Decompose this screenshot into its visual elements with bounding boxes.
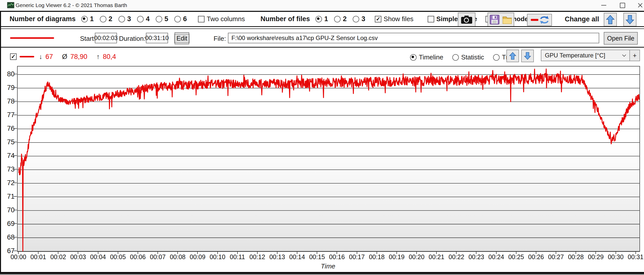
- x-tick-label: 00:11: [227, 253, 248, 261]
- y-tick-label: 72: [1, 179, 15, 187]
- minimize-button[interactable]: [595, 0, 612, 11]
- maximize-button[interactable]: [614, 0, 631, 11]
- avg-symbol: Ø: [62, 53, 67, 61]
- x-tick-label: 00:14: [287, 253, 308, 261]
- save-button[interactable]: [488, 13, 502, 27]
- open-file-button[interactable]: Open File: [604, 32, 638, 45]
- file-count-option-2[interactable]: 2: [334, 15, 347, 23]
- y-tick-label: 77: [1, 111, 15, 119]
- file-count-option-3[interactable]: 3: [353, 15, 365, 23]
- series-visible-checkbox[interactable]: ✓: [10, 53, 17, 60]
- diagram-count-option-1[interactable]: 1: [81, 15, 94, 23]
- view-mode-option-statistic[interactable]: Statistic: [452, 53, 484, 61]
- x-tick-label: 00:17: [346, 253, 368, 261]
- y-tick-label: 75: [1, 138, 15, 146]
- y-tick-mark: [14, 251, 17, 251]
- y-tick-mark: [14, 237, 17, 237]
- radio-icon[interactable]: [410, 54, 417, 61]
- radio-icon[interactable]: [452, 54, 459, 61]
- radio-icon[interactable]: [353, 16, 359, 22]
- change-all-label: Change all: [565, 15, 599, 23]
- two-columns-label: Two columns: [207, 15, 245, 23]
- file-label: File:: [214, 35, 226, 43]
- toolbar: Number of diagrams 123456 Two columns Nu…: [10, 12, 528, 26]
- window-title: Generic Log Viewer 6.2 - © 2021 Thomas B…: [16, 2, 127, 8]
- x-tick-label: 00:30: [605, 253, 626, 261]
- file-count-option-label: 2: [343, 15, 347, 23]
- radio-icon[interactable]: [493, 54, 500, 61]
- start-time-input[interactable]: 00:02:03: [95, 33, 117, 43]
- max-arrow-icon: ↑: [96, 53, 100, 61]
- filerow-separator: [0, 47, 644, 48]
- y-tick-label: 79: [1, 84, 15, 92]
- minimize-icon: [601, 5, 606, 6]
- radio-icon[interactable]: [174, 16, 181, 22]
- y-tick-mark: [14, 183, 17, 183]
- window-bottom-border: [0, 272, 644, 274]
- x-tick-label: 00:15: [306, 253, 328, 261]
- show-files-box[interactable]: ✓: [375, 16, 381, 22]
- edit-button[interactable]: Edit: [175, 32, 189, 44]
- show-files-checkbox[interactable]: ✓ Show files: [375, 15, 414, 23]
- add-signal-button[interactable]: +: [629, 50, 640, 61]
- y-tick-mark: [14, 115, 17, 115]
- screenshot-button[interactable]: [458, 13, 475, 27]
- two-columns-checkbox[interactable]: Two columns: [198, 15, 245, 23]
- change-all-down-button[interactable]: [623, 13, 636, 26]
- y-tick-label: 69: [1, 220, 15, 228]
- series-color-line: [10, 37, 54, 39]
- x-tick-label: 00:22: [446, 253, 467, 261]
- diagram-count-option-6[interactable]: 6: [174, 15, 187, 23]
- close-button[interactable]: [632, 0, 644, 11]
- radio-icon[interactable]: [334, 16, 341, 22]
- file-count-option-1[interactable]: 1: [315, 15, 328, 23]
- y-tick-label: 80: [1, 70, 15, 78]
- diagram-count-option-3[interactable]: 3: [118, 15, 131, 23]
- close-icon: [638, 3, 643, 8]
- files-label: Number of files: [260, 15, 310, 23]
- diagram-count-option-label: 6: [183, 15, 187, 23]
- diagram-count-option-4[interactable]: 4: [137, 15, 150, 23]
- diagram-count-option-2[interactable]: 2: [100, 15, 112, 23]
- duration-input[interactable]: 00:31:10: [146, 33, 168, 43]
- y-tick-mark: [14, 223, 17, 224]
- y-tick-mark: [14, 169, 17, 169]
- app-icon: [7, 2, 14, 8]
- signal-select-dropdown[interactable]: GPU Temperature [°C]: [541, 50, 630, 61]
- view-mode-option-label: Timeline: [419, 53, 443, 61]
- open-folder-button[interactable]: [501, 13, 514, 27]
- x-tick-label: 00:03: [67, 253, 89, 261]
- chart-plot-area[interactable]: [17, 66, 640, 252]
- min-value: 67: [46, 53, 53, 61]
- radio-icon[interactable]: [137, 16, 144, 22]
- line-style-refresh-button[interactable]: [527, 14, 552, 26]
- diagram-count-option-label: 2: [109, 15, 112, 23]
- diagram-move-up-button[interactable]: [506, 50, 519, 62]
- view-mode-radios: TimelineStatisticTriple: [410, 53, 518, 61]
- x-tick-label: 00:31: [625, 253, 644, 261]
- max-value: 80,4: [103, 53, 116, 61]
- x-axis-title: Time: [310, 262, 346, 270]
- file-path-input[interactable]: F:\00 workshare\results a17\cp GPU-Z Sen…: [228, 33, 599, 43]
- x-tick-label: 00:18: [366, 253, 387, 261]
- diagram-count-option-label: 1: [90, 15, 94, 23]
- toolbar-separator-2: [0, 28, 644, 29]
- y-tick-mark: [14, 142, 17, 142]
- simple-mode-box[interactable]: [428, 16, 434, 22]
- radio-icon[interactable]: [100, 16, 106, 22]
- y-tick-label: 78: [1, 97, 15, 105]
- diagrams-label: Number of diagrams: [10, 15, 76, 23]
- radio-icon[interactable]: [81, 16, 88, 22]
- radio-icon[interactable]: [315, 16, 322, 22]
- gpu-temperature-line-chart: [18, 66, 639, 251]
- view-mode-option-timeline[interactable]: Timeline: [410, 53, 443, 61]
- diagram-move-down-button[interactable]: [521, 50, 534, 62]
- series-stats: ↓ 67 Ø 78,90 ↑ 80,4: [39, 53, 116, 61]
- y-tick-mark: [14, 155, 17, 156]
- radio-icon[interactable]: [118, 16, 125, 22]
- diagram-count-option-5[interactable]: 5: [156, 15, 168, 23]
- radio-icon[interactable]: [156, 16, 162, 22]
- change-all-up-button[interactable]: [604, 13, 617, 26]
- two-columns-box[interactable]: [198, 16, 205, 22]
- x-tick-label: 00:29: [585, 253, 606, 261]
